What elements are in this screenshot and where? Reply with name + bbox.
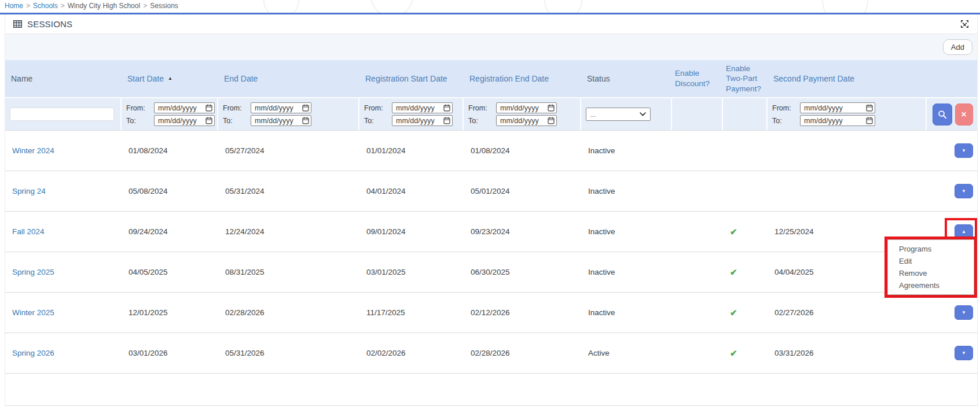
cell-value: 09/23/2024	[471, 227, 510, 236]
breadcrumb-separator: >	[61, 2, 65, 10]
column-header-end[interactable]: End Date	[218, 60, 359, 97]
row-actions-button[interactable]: ▼	[955, 346, 973, 360]
start-from-date-input[interactable]	[154, 102, 215, 113]
from-label: From:	[364, 104, 392, 112]
table-row: Winter 202512/01/202502/28/202611/17/202…	[5, 292, 977, 333]
column-header-label: Registration Start Date	[365, 73, 447, 84]
cell-reg_end: 06/30/2025	[464, 252, 581, 292]
row-actions-button[interactable]: ▼	[955, 143, 973, 158]
column-header-two_part[interactable]: Enable Two-Part Payment?	[723, 60, 768, 97]
cell-reg_end: 09/23/2024	[464, 212, 581, 252]
cell-start: 12/01/2025	[122, 293, 218, 333]
table-row: Winter 202401/08/202405/27/202401/01/202…	[5, 130, 977, 171]
cell-second: 03/31/2026	[768, 333, 927, 373]
cell-value: 12/01/2025	[129, 308, 168, 317]
filter-cell-discount	[672, 98, 723, 130]
table-body: Winter 202401/08/202405/27/202401/01/202…	[5, 130, 977, 373]
session-name-link[interactable]: Spring 2025	[12, 268, 54, 276]
breadcrumb-item-sessions: Sessions	[150, 2, 178, 10]
page-title: SESSIONS	[27, 19, 72, 29]
annotation-highlight-row-menu: ProgramsEditRemoveAgreements	[884, 237, 977, 298]
panel-accent-bar	[0, 13, 980, 14]
check-icon: ✔	[730, 227, 737, 237]
cell-actions: ▼	[927, 333, 978, 373]
search-button[interactable]	[933, 104, 952, 125]
cell-value: 01/08/2024	[129, 146, 168, 155]
filter-from-row: From:	[772, 102, 921, 114]
cell-end: 12/24/2024	[218, 212, 359, 252]
session-name-link[interactable]: Spring 2026	[12, 349, 54, 357]
breadcrumb-item-home[interactable]: Home	[5, 2, 23, 10]
cell-reg_start: 09/01/2024	[359, 212, 464, 252]
check-icon: ✔	[730, 348, 737, 359]
sort-asc-icon: ▲	[168, 76, 172, 82]
end-to-date-input[interactable]	[251, 115, 311, 126]
cell-reg_start: 02/02/2026	[359, 333, 464, 373]
column-header-label: Status	[587, 73, 610, 84]
filter-cell-actions: ✕	[927, 98, 978, 130]
clear-filters-button[interactable]: ✕	[955, 104, 973, 125]
row-actions-button[interactable]: ▼	[955, 184, 973, 198]
date-input-wrap	[392, 115, 453, 126]
cell-two_part	[723, 131, 768, 171]
column-header-discount[interactable]: Enable Discount?	[672, 60, 723, 97]
session-name-link[interactable]: Winter 2025	[12, 308, 54, 317]
to-label: To:	[468, 117, 496, 125]
reg_start-to-date-input[interactable]	[392, 115, 453, 126]
second-to-date-input[interactable]	[800, 115, 875, 126]
cell-value: 02/28/2026	[471, 349, 510, 357]
cell-reg_end: 05/01/2024	[464, 171, 581, 211]
cell-name: Winter 2024	[5, 131, 122, 171]
start-to-date-input[interactable]	[154, 115, 215, 126]
reg_end-to-date-input[interactable]	[496, 115, 557, 126]
cell-value: 04/01/2024	[366, 187, 406, 195]
date-input-wrap	[392, 102, 453, 113]
reg_start-from-date-input[interactable]	[392, 102, 453, 113]
add-session-button[interactable]: Add	[943, 39, 972, 55]
from-label: From:	[126, 104, 154, 112]
to-label: To:	[223, 117, 251, 125]
breadcrumb-separator: >	[26, 2, 30, 10]
date-input-wrap	[154, 102, 215, 113]
column-header-start[interactable]: Start Date▲	[122, 60, 218, 97]
row-menu-item-remove[interactable]: Remove	[888, 267, 974, 279]
cell-value: 05/31/2024	[225, 187, 265, 195]
check-icon: ✔	[730, 308, 737, 318]
column-header-label: Enable Discount?	[675, 68, 720, 88]
reg_end-from-date-input[interactable]	[496, 102, 557, 113]
caret-down-icon: ▼	[961, 149, 966, 153]
date-input-wrap	[800, 115, 875, 126]
cell-second	[768, 131, 927, 171]
session-name-link[interactable]: Fall 2024	[12, 227, 45, 236]
column-header-second[interactable]: Second Payment Date	[768, 60, 927, 97]
cell-actions: ▼	[927, 171, 978, 211]
cell-name: Spring 24	[5, 171, 122, 211]
row-menu-item-programs[interactable]: Programs	[888, 243, 974, 255]
column-header-label: Name	[11, 73, 32, 84]
status-filter-value: ...	[590, 111, 596, 118]
cell-reg_end: 01/08/2024	[464, 131, 581, 171]
session-name-link[interactable]: Winter 2024	[12, 146, 54, 155]
cell-value: 03/01/2026	[129, 349, 168, 357]
status-filter-select[interactable]: ...	[586, 108, 651, 121]
cell-value: 05/27/2024	[225, 146, 265, 155]
cell-value: Active	[588, 349, 610, 357]
cell-value: 03/01/2025	[366, 268, 406, 276]
row-actions-button[interactable]: ▼	[955, 305, 973, 320]
cell-value: 02/02/2026	[366, 349, 406, 357]
column-header-reg_start[interactable]: Registration Start Date	[359, 60, 464, 97]
row-menu-item-edit[interactable]: Edit	[888, 255, 974, 267]
cell-two_part: ✔	[723, 293, 768, 333]
session-name-link[interactable]: Spring 24	[12, 187, 46, 195]
cell-two_part: ✔	[723, 333, 768, 373]
column-header-reg_end[interactable]: Registration End Date	[464, 60, 581, 97]
row-menu-item-agreements[interactable]: Agreements	[888, 279, 974, 291]
cell-value: 05/31/2026	[225, 349, 265, 357]
date-input-wrap	[251, 115, 311, 126]
expand-panel-button[interactable]	[960, 20, 969, 28]
breadcrumb-item-schools[interactable]: Schools	[33, 2, 58, 10]
cell-actions: ▼	[927, 131, 978, 171]
name-filter-input[interactable]	[10, 108, 114, 121]
end-from-date-input[interactable]	[251, 102, 311, 113]
second-from-date-input[interactable]	[800, 102, 875, 113]
